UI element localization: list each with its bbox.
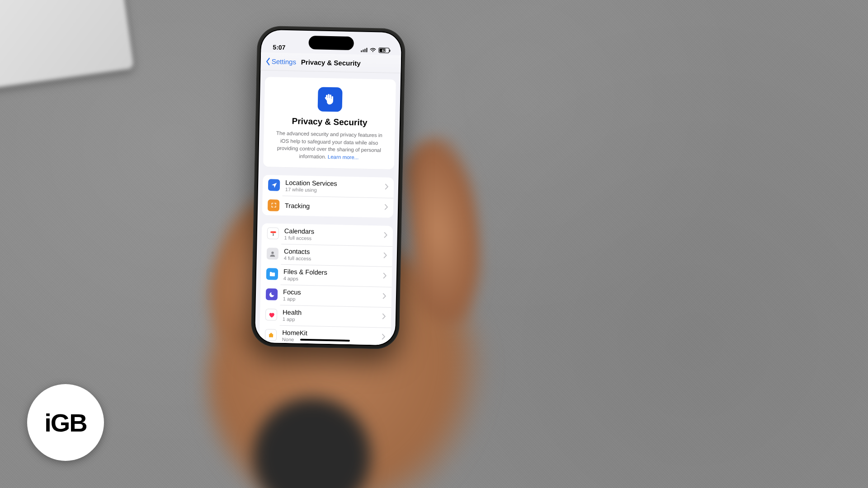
- dynamic-island: [308, 36, 354, 50]
- svg-point-3: [271, 252, 274, 254]
- settings-group-2: 1 Calendars 1 full access Cont: [259, 223, 393, 346]
- privacy-hand-icon: [318, 87, 343, 112]
- row-calendars[interactable]: 1 Calendars 1 full access: [261, 223, 393, 246]
- back-button[interactable]: Settings: [265, 57, 297, 66]
- settings-content[interactable]: Privacy & Security The advanced security…: [255, 70, 401, 345]
- svg-text:1: 1: [272, 233, 274, 236]
- wifi-icon: [369, 47, 376, 53]
- hero-card: Privacy & Security The advanced security…: [263, 77, 396, 169]
- row-media-apple-music[interactable]: Media & Apple Music: [259, 345, 391, 346]
- row-files-folders[interactable]: Files & Folders 4 apps: [260, 264, 392, 287]
- chevron-left-icon: [265, 57, 271, 66]
- nav-title: Privacy & Security: [301, 58, 361, 67]
- laptop-corner: [0, 0, 134, 94]
- location-arrow-icon: [268, 179, 280, 191]
- iphone-frame: 5:07 62 Settings: [251, 26, 406, 350]
- chevron-right-icon: [384, 232, 387, 240]
- chevron-right-icon: [383, 252, 387, 260]
- wrist-watchband: [253, 398, 371, 488]
- row-homekit[interactable]: HomeKit None: [259, 325, 391, 346]
- folder-icon: [266, 268, 278, 280]
- battery-text: 62: [382, 48, 386, 52]
- settings-group-1: Location Services 17 while using Trackin…: [262, 175, 394, 218]
- contacts-icon: [267, 248, 279, 260]
- chevron-right-icon: [382, 313, 386, 321]
- watermark-badge: iGB: [27, 384, 104, 461]
- chevron-right-icon: [385, 183, 388, 192]
- homekit-icon: [265, 329, 277, 341]
- battery-indicator: 62: [378, 47, 389, 53]
- learn-more-link[interactable]: Learn more...: [328, 154, 359, 160]
- row-health[interactable]: Health 1 app: [260, 305, 392, 328]
- heart-icon: [265, 309, 278, 321]
- cellular-signal-icon: [361, 47, 368, 52]
- chevron-right-icon: [382, 293, 386, 301]
- status-time: 5:07: [273, 43, 285, 51]
- row-location-services[interactable]: Location Services 17 while using: [263, 175, 394, 198]
- watermark-text: iGB: [44, 408, 87, 437]
- nav-bar: Settings Privacy & Security: [260, 52, 401, 73]
- row-title: Tracking: [285, 202, 379, 211]
- row-focus[interactable]: Focus 1 app: [260, 284, 392, 307]
- row-contacts[interactable]: Contacts 4 full access: [261, 244, 392, 267]
- row-tracking[interactable]: Tracking: [262, 195, 394, 218]
- fingers-shape: [401, 132, 489, 328]
- tracking-icon: [268, 199, 280, 211]
- calendar-icon: 1: [267, 227, 279, 239]
- focus-icon: [266, 288, 278, 300]
- hero-title: Privacy & Security: [272, 116, 387, 128]
- chevron-right-icon: [384, 203, 388, 211]
- chevron-right-icon: [382, 333, 385, 342]
- chevron-right-icon: [383, 272, 387, 281]
- back-label: Settings: [272, 57, 297, 66]
- iphone-screen: 5:07 62 Settings: [255, 30, 401, 345]
